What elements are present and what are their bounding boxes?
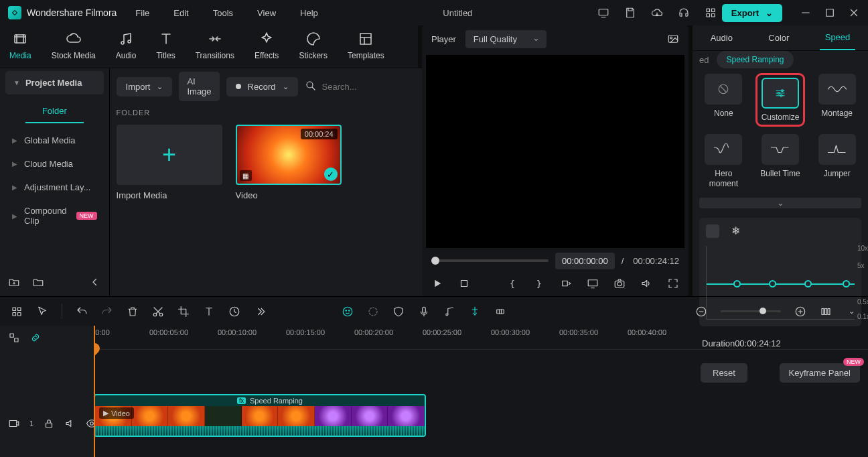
sidebar-folder[interactable]: Folder xyxy=(25,100,84,123)
seek-bar[interactable] xyxy=(431,259,549,262)
marker-tool-icon[interactable] xyxy=(469,306,481,318)
export-button[interactable]: Export ⌄ xyxy=(722,4,782,22)
minimize-icon[interactable] xyxy=(800,7,812,19)
text-tool-icon[interactable] xyxy=(203,306,215,318)
quality-dropdown[interactable]: Full Quality xyxy=(465,30,547,48)
ramp-toggle-a[interactable] xyxy=(706,224,719,238)
volume-icon[interactable] xyxy=(640,277,652,289)
sidebar-project-media[interactable]: ▼ Project Media xyxy=(5,71,104,94)
sidebar-adjustment-layer[interactable]: ▶Adjustment Lay... xyxy=(0,176,109,199)
undo-icon[interactable] xyxy=(76,306,88,318)
graph-keyframe[interactable] xyxy=(733,280,741,287)
tab-media[interactable]: Media xyxy=(0,31,41,60)
menu-view[interactable]: View xyxy=(257,8,276,18)
support-icon[interactable] xyxy=(678,7,690,19)
search-input[interactable] xyxy=(322,82,435,92)
video-track-icon[interactable] xyxy=(8,417,20,430)
menu-file[interactable]: File xyxy=(135,8,149,18)
zoom-slider[interactable] xyxy=(721,310,781,312)
ramp-jumper[interactable]: Jumper xyxy=(812,134,861,188)
music-tool-icon[interactable] xyxy=(443,306,455,318)
graph-keyframe[interactable] xyxy=(843,280,850,287)
graph-keyframe[interactable] xyxy=(804,280,812,287)
sidebar-compound-clip[interactable]: ▶Compound ClipNEW xyxy=(0,199,109,233)
cut-icon[interactable] xyxy=(152,306,164,318)
cloud-icon[interactable] xyxy=(651,7,663,19)
mark-out-icon[interactable]: } xyxy=(533,277,545,289)
redo-icon[interactable] xyxy=(101,306,113,318)
tab-templates[interactable]: Templates xyxy=(338,31,394,60)
video-tile[interactable]: 00:00:24 ▦ ✓ Video xyxy=(236,125,342,200)
sidebar-global-media[interactable]: ▶Global Media xyxy=(0,129,109,152)
tl-snap-icon[interactable] xyxy=(8,332,20,344)
time-separator: / xyxy=(622,256,624,266)
ai-image-button[interactable]: AI Image xyxy=(179,72,219,101)
speed-ramping-tab[interactable]: Speed Ramping xyxy=(717,51,793,68)
video-clip[interactable]: fxSpeed Ramping ▶Video xyxy=(94,394,426,437)
play-icon[interactable] xyxy=(431,277,443,289)
tl-cursor-icon[interactable] xyxy=(36,306,48,318)
crop-icon[interactable] xyxy=(177,306,190,318)
folder-link-icon[interactable] xyxy=(32,276,44,288)
tab-effects[interactable]: Effects xyxy=(245,31,288,60)
timeline-tracks[interactable]: 00:00 00:00:05:00 00:00:10:00 00:00:15:0… xyxy=(94,326,868,457)
ratio-icon[interactable] xyxy=(560,277,572,289)
import-media-tile[interactable]: + Import Media xyxy=(117,125,222,200)
tab-audio[interactable]: Audio xyxy=(106,31,146,60)
display-icon[interactable] xyxy=(587,277,599,289)
close-icon[interactable] xyxy=(848,7,860,19)
keyframe-tool-icon[interactable] xyxy=(494,306,506,318)
speed-graph[interactable]: 10x 5x 0.5x 0.1x xyxy=(706,246,855,320)
mark-in-icon[interactable]: { xyxy=(506,277,518,289)
menu-edit[interactable]: Edit xyxy=(173,8,188,18)
ramp-customize[interactable]: Customize xyxy=(756,74,805,126)
media-icon xyxy=(12,31,28,47)
menu-help[interactable]: Help xyxy=(300,8,318,18)
collapse-ramps-icon[interactable]: ⌄ xyxy=(699,198,861,208)
delete-icon[interactable] xyxy=(127,306,139,318)
seek-thumb-icon[interactable] xyxy=(431,257,439,265)
prop-tab-color[interactable]: Color xyxy=(763,26,794,50)
fullscreen-icon[interactable] xyxy=(667,277,679,289)
import-button[interactable]: Import⌄ xyxy=(117,77,173,96)
tl-link-icon[interactable] xyxy=(29,332,42,344)
tl-layout-icon[interactable] xyxy=(11,306,23,318)
ramp-montage[interactable]: Montage xyxy=(812,74,861,126)
color-wheel-icon[interactable] xyxy=(367,306,379,318)
save-icon[interactable] xyxy=(624,7,636,19)
collapse-sidebar-icon[interactable] xyxy=(89,276,101,288)
lock-track-icon[interactable] xyxy=(43,417,55,430)
time-ruler[interactable]: 00:00 00:00:05:00 00:00:10:00 00:00:15:0… xyxy=(94,326,868,350)
snapshot-icon[interactable] xyxy=(667,33,679,45)
tab-transitions[interactable]: Transitions xyxy=(186,31,244,60)
playhead[interactable] xyxy=(94,326,95,457)
preview-viewport[interactable] xyxy=(426,55,684,248)
record-button[interactable]: Record⌄ xyxy=(226,77,298,96)
tab-stock-media[interactable]: Stock Media xyxy=(42,31,105,60)
apps-icon[interactable] xyxy=(705,7,717,19)
ai-face-icon[interactable] xyxy=(342,306,354,318)
mic-icon[interactable] xyxy=(418,306,430,318)
tab-titles[interactable]: Titles xyxy=(147,31,184,60)
shield-icon[interactable] xyxy=(392,306,405,318)
mute-track-icon[interactable] xyxy=(64,417,76,430)
ramp-bullet-time[interactable]: Bullet Time xyxy=(756,134,805,188)
ramp-hero-moment[interactable]: Hero moment xyxy=(699,134,748,188)
camera-icon[interactable] xyxy=(613,277,626,289)
maximize-icon[interactable] xyxy=(824,7,836,19)
prop-tab-audio[interactable]: Audio xyxy=(705,26,738,50)
graph-keyframe[interactable] xyxy=(769,280,776,287)
prop-tab-speed[interactable]: Speed xyxy=(820,25,856,50)
speed-tab-truncated[interactable]: ed xyxy=(699,55,709,65)
tab-stickers[interactable]: Stickers xyxy=(289,31,337,60)
sidebar-cloud-media[interactable]: ▶Cloud Media xyxy=(0,152,109,176)
screen-icon[interactable] xyxy=(597,7,609,19)
ramp-none[interactable]: None xyxy=(699,74,748,126)
stop-icon[interactable] xyxy=(458,277,470,289)
new-folder-icon[interactable] xyxy=(8,276,20,288)
speed-tool-icon[interactable] xyxy=(228,306,240,318)
zoom-thumb-icon[interactable] xyxy=(760,308,766,314)
freeze-frame-icon[interactable]: ❄ xyxy=(731,224,740,238)
more-tools-icon[interactable] xyxy=(254,306,266,318)
menu-tools[interactable]: Tools xyxy=(213,8,233,18)
